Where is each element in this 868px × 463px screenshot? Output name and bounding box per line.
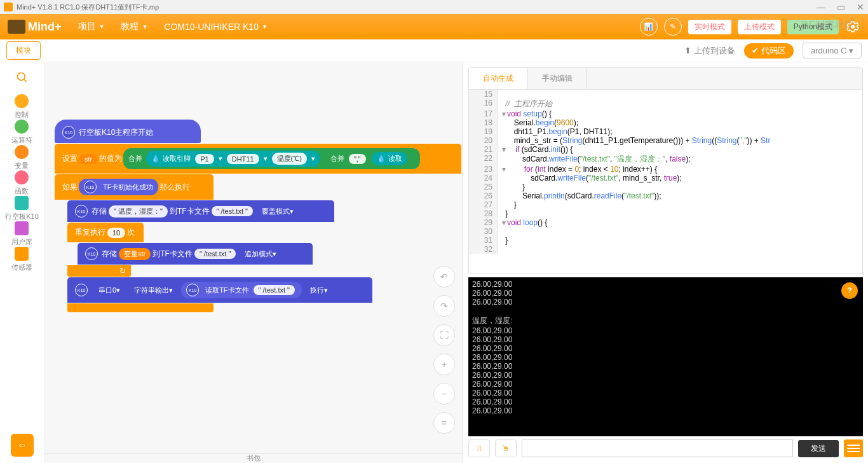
code-line[interactable]: 28 } <box>469 209 862 218</box>
logo: Mind+ <box>8 20 62 34</box>
maximize-button[interactable]: ▭ <box>837 2 845 12</box>
category-运算符[interactable]: 运算符 <box>5 120 39 145</box>
extension-button[interactable]: ⇦ <box>11 434 34 457</box>
terminal-line: 26.00,29.00 <box>472 335 859 344</box>
bookbag[interactable]: 书包 <box>44 453 463 463</box>
terminal-line: 26.00,29.00 <box>472 406 859 415</box>
category-传感器[interactable]: 传感器 <box>5 247 39 272</box>
terminal-line: 26.00,29.00 <box>472 362 859 371</box>
sub-toolbar: 模块 ⬆ 上传到设备 ✔ 代码区 arduino C ▾ <box>0 39 868 62</box>
serial-terminal[interactable]: ? 26.00,29.0026.00,29.0026.00,29.00 温度，湿… <box>468 277 863 436</box>
code-tabs: 自动生成 手动编辑 <box>468 67 863 90</box>
redo-button[interactable]: ↷ <box>433 295 455 317</box>
usb-icon[interactable]: ⎍ <box>468 439 490 457</box>
category-行空板K10[interactable]: 行空板K10 <box>5 196 39 221</box>
if-end[interactable] <box>67 303 214 312</box>
code-line[interactable]: 20 mind_s_str = (String(dht11_P1.getTemp… <box>469 136 862 145</box>
module-button[interactable]: 模块 <box>6 41 41 60</box>
code-line[interactable]: 21▾ if (sdCard.init()) { <box>469 145 862 154</box>
code-line[interactable]: 16 // 主程序开始 <box>469 99 862 109</box>
code-line[interactable]: 15 <box>469 90 862 99</box>
category-控制[interactable]: 控制 <box>5 94 39 120</box>
language-select[interactable]: arduino C ▾ <box>803 43 862 59</box>
menu-project[interactable]: 项目▼ <box>78 21 105 32</box>
svg-point-0 <box>851 25 855 29</box>
terminal-line: 26.00,29.00 <box>472 298 859 307</box>
category-sidebar: 控制运算符变量函数行空板K10用户库传感器 ⇦ <box>0 62 44 463</box>
zoom-in-button[interactable]: + <box>433 354 455 375</box>
code-line[interactable]: 17▾void setup() { <box>469 109 862 118</box>
svg-line-2 <box>24 79 26 82</box>
svg-point-1 <box>17 73 25 81</box>
terminal-line: 温度，湿度: <box>472 315 859 326</box>
code-line[interactable]: 22 sdCard.writeFile("/test.txt", "温度，湿度：… <box>469 154 862 165</box>
settings-icon[interactable] <box>845 19 860 34</box>
code-line[interactable]: 23▾ for (int index = 0; index < 10; inde… <box>469 165 862 174</box>
serial-input[interactable] <box>522 439 793 457</box>
terminal-toolbar: ⎍ 🖱 发送 <box>468 438 863 459</box>
code-area-chip[interactable]: ✔ 代码区 <box>744 43 794 59</box>
category-用户库[interactable]: 用户库 <box>5 221 39 247</box>
code-line[interactable]: 19 dht11_P1.begin(P1, DHT11); <box>469 127 862 136</box>
upload-to-device[interactable]: ⬆ 上传到设备 <box>684 45 735 57</box>
code-line[interactable]: 18 Serial.begin(9600); <box>469 118 862 127</box>
code-editor[interactable]: 15 16 // 主程序开始17▾void setup() {18 Serial… <box>468 90 863 273</box>
terminal-line: 26.00,29.00 <box>472 397 859 406</box>
upload-mode-button[interactable]: 上传模式 <box>738 20 781 34</box>
mouse-icon[interactable]: 🖱 <box>495 439 517 457</box>
block-stack[interactable]: K10行空板K10主程序开始 设置 str 的值为 合并 💧读取引脚 P1▾ D… <box>55 120 461 313</box>
right-panel: 自动生成 手动编辑 15 16 // 主程序开始17▾void setup() … <box>463 62 868 463</box>
menu-port[interactable]: COM10-UNIHIKER K10▼ <box>164 21 268 32</box>
window-title: Mind+ V1.8.1 RC1.0 保存DHT11值到TF卡.mp <box>17 3 159 12</box>
minimize-button[interactable]: — <box>817 2 825 12</box>
code-line[interactable]: 24 sdCard.writeFile("/test.txt", mind_s_… <box>469 174 862 183</box>
loop-end[interactable]: ↻ <box>67 265 131 277</box>
tab-auto[interactable]: 自动生成 <box>469 68 528 89</box>
close-button[interactable]: ✕ <box>857 2 864 12</box>
terminal-line: 26.00,29.00 <box>472 326 859 335</box>
code-line[interactable]: 27 } <box>469 200 862 209</box>
store-block-2[interactable]: K10存储 变量 str 到TF卡文件 " /test.txt " 追加模式 ▾ <box>78 243 313 265</box>
join-block[interactable]: 合并 💧读取引脚 P1▾ DHT11▾ 温度(℃)▾ 合并 "," 💧 读取 <box>123 148 420 169</box>
category-变量[interactable]: 变量 <box>5 145 39 170</box>
terminal-line <box>472 307 859 315</box>
code-line[interactable]: 26 Serial.println(sdCard.readFile("/test… <box>469 191 862 200</box>
logo-text: Mind+ <box>28 20 62 34</box>
block-canvas[interactable]: K10行空板K10主程序开始 设置 str 的值为 合并 💧读取引脚 P1▾ D… <box>44 62 463 463</box>
app-icon <box>4 3 13 11</box>
if-block[interactable]: 如果 K10TF卡初始化成功 那么执行 <box>55 174 214 200</box>
terminal-help-icon[interactable]: ? <box>841 282 858 299</box>
terminal-menu-icon[interactable] <box>844 439 863 457</box>
realtime-mode-button[interactable]: 实时模式 <box>688 20 731 34</box>
hat-block[interactable]: K10行空板K10主程序开始 <box>55 120 201 143</box>
titlebar: Mind+ V1.8.1 RC1.0 保存DHT11值到TF卡.mp — ▭ ✕ <box>0 0 868 14</box>
serial-block[interactable]: K10 串口0 ▾ 字符串输出 ▾ K10读取TF卡文件 " /test.txt… <box>67 277 372 303</box>
code-line[interactable]: 25 } <box>469 183 862 191</box>
terminal-line: 26.00,29.00 <box>472 380 859 389</box>
undo-button[interactable]: ↶ <box>433 266 455 287</box>
code-line[interactable]: 32 <box>469 245 862 254</box>
store-block-1[interactable]: K10存储 " 温度，湿度：" 到TF卡文件 " /test.txt " 覆盖模… <box>67 200 334 222</box>
tab-manual[interactable]: 手动编辑 <box>528 68 587 89</box>
logo-icon <box>8 20 25 34</box>
edit-icon[interactable]: ✎ <box>664 18 682 36</box>
set-var-block[interactable]: 设置 str 的值为 合并 💧读取引脚 P1▾ DHT11▾ 温度(℃)▾ 合并… <box>55 144 461 174</box>
terminal-line: 26.00,29.00 <box>472 371 859 380</box>
repeat-block[interactable]: 重复执行10次 <box>67 223 144 242</box>
terminal-line: 26.00,29.00 <box>472 289 859 298</box>
code-line[interactable]: 31 } <box>469 236 862 245</box>
menubar: Mind+ 项目▼ 教程▼ COM10-UNIHIKER K10▼ 📊 ✎ 实时… <box>0 14 868 39</box>
chart-icon[interactable]: 📊 <box>640 18 658 36</box>
python-mode-button[interactable]: Python模式 <box>787 20 839 34</box>
zoom-out-button[interactable]: − <box>433 383 455 404</box>
terminal-line: 26.00,29.00 <box>472 389 859 397</box>
terminal-line: 26.00,29.00 <box>472 280 859 289</box>
crop-button[interactable]: ⛶ <box>433 324 455 346</box>
category-函数[interactable]: 函数 <box>5 170 39 196</box>
zoom-reset-button[interactable]: = <box>433 412 455 434</box>
code-line[interactable]: 29▾void loop() { <box>469 218 862 227</box>
menu-tutorial[interactable]: 教程▼ <box>121 21 147 32</box>
code-line[interactable]: 30 <box>469 227 862 236</box>
search-button[interactable] <box>16 71 29 84</box>
send-button[interactable]: 发送 <box>798 440 839 457</box>
